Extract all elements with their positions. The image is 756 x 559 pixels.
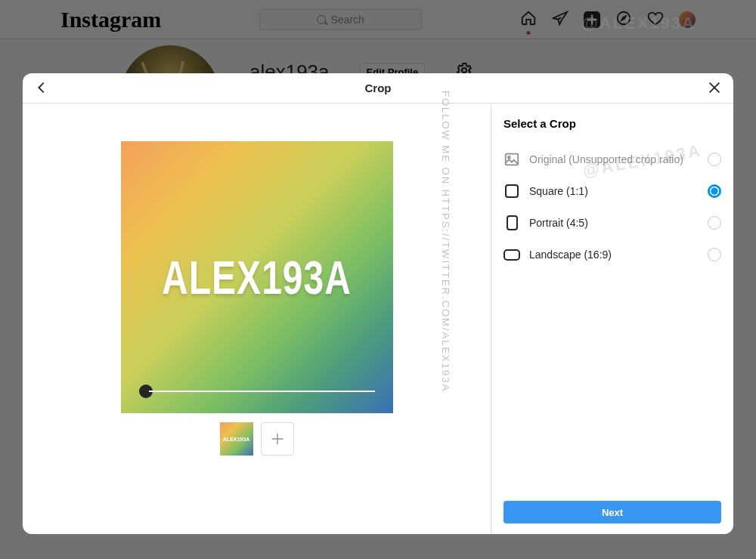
preview-pane: ALEX193A ALEX193A	[23, 103, 491, 534]
radio-icon	[708, 184, 721, 198]
crop-option-label: Landscape (16:9)	[529, 249, 699, 261]
back-button[interactable]	[33, 79, 50, 99]
close-button[interactable]	[706, 79, 723, 99]
modal-header: Crop	[23, 73, 733, 103]
crop-option-square[interactable]: Square (1:1)	[503, 175, 721, 207]
radio-icon	[708, 153, 721, 166]
modal-body: ALEX193A ALEX193A Select a Crop Original…	[23, 103, 733, 534]
options-heading: Select a Crop	[503, 117, 721, 130]
radio-icon	[708, 248, 721, 261]
next-button[interactable]: Next	[503, 501, 721, 523]
crop-options-pane: Select a Crop Original (Unsupported crop…	[491, 103, 733, 534]
crop-option-portrait[interactable]: Portrait (4:5)	[503, 207, 721, 239]
thumbnail-row: ALEX193A	[220, 422, 294, 456]
svg-point-3	[508, 156, 510, 159]
crop-option-landscape[interactable]: Landscape (16:9)	[503, 239, 721, 270]
zoom-track	[149, 391, 375, 392]
zoom-slider[interactable]	[139, 385, 375, 398]
crop-option-label: Square (1:1)	[529, 185, 699, 197]
crop-option-label: Portrait (4:5)	[529, 217, 699, 229]
add-media-button[interactable]	[261, 422, 294, 456]
thumbnail-1[interactable]: ALEX193A	[220, 422, 253, 456]
crop-preview[interactable]: ALEX193A	[121, 141, 393, 413]
radio-icon	[708, 216, 721, 230]
crop-modal: Crop ALEX193A ALEX193A	[23, 73, 733, 534]
thumbnail-text: ALEX193A	[223, 437, 249, 442]
crop-option-original: Original (Unsupported crop ratio)	[503, 144, 721, 175]
modal-title: Crop	[365, 82, 392, 94]
preview-text: ALEX193A	[162, 250, 352, 304]
crop-option-label: Original (Unsupported crop ratio)	[529, 153, 699, 165]
